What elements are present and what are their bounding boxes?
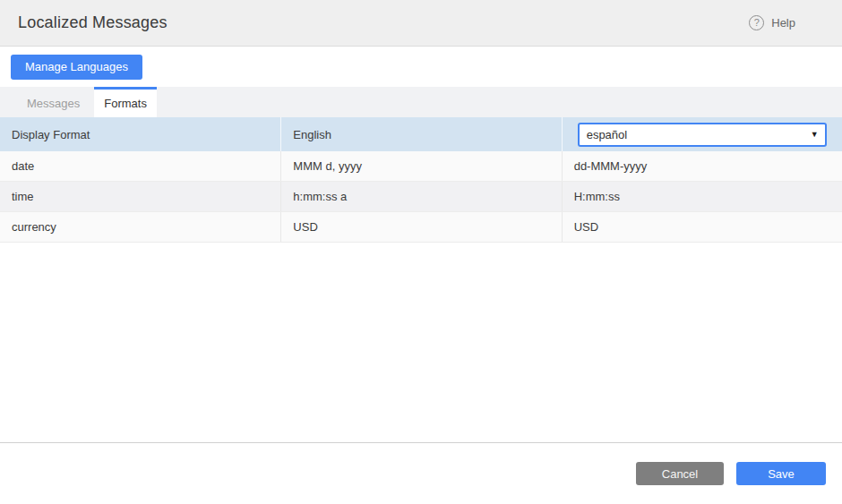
column-header-english: English bbox=[280, 117, 561, 151]
format-english-value: MMM d, yyyy bbox=[280, 151, 561, 181]
help-label: Help bbox=[771, 16, 795, 30]
format-language-value[interactable]: dd-MMM-yyyy bbox=[562, 151, 842, 181]
format-language-value[interactable]: USD bbox=[562, 212, 842, 242]
help-link[interactable]: ? Help bbox=[749, 15, 795, 30]
table-row-date: date MMM d, yyyy dd-MMM-yyyy bbox=[0, 151, 842, 182]
format-language-value[interactable]: H:mm:ss bbox=[562, 182, 842, 211]
formats-table: Display Format English español ▼ date MM… bbox=[0, 117, 842, 243]
format-name: date bbox=[0, 151, 280, 181]
toolbar: Manage Languages bbox=[0, 47, 842, 87]
language-select-value: español bbox=[587, 128, 628, 141]
format-name: time bbox=[0, 182, 280, 211]
help-question-icon: ? bbox=[749, 15, 764, 30]
page-title: Localized Messages bbox=[18, 13, 168, 32]
tab-formats[interactable]: Formats bbox=[94, 87, 157, 117]
language-select[interactable]: español ▼ bbox=[578, 123, 827, 147]
column-header-display-format: Display Format bbox=[0, 117, 280, 151]
format-english-value: h:mm:ss a bbox=[280, 182, 561, 211]
table-row-currency: currency USD USD bbox=[0, 212, 842, 243]
manage-languages-button[interactable]: Manage Languages bbox=[11, 55, 142, 80]
column-header-language-cell: español ▼ bbox=[562, 117, 842, 151]
tab-strip: Messages Formats bbox=[0, 87, 842, 117]
cancel-button[interactable]: Cancel bbox=[636, 462, 724, 485]
format-name: currency bbox=[0, 212, 280, 242]
tab-messages[interactable]: Messages bbox=[13, 87, 94, 117]
footer-action-bar: Cancel Save bbox=[0, 442, 842, 504]
table-row-time: time h:mm:ss a H:mm:ss bbox=[0, 182, 842, 212]
chevron-down-icon: ▼ bbox=[811, 130, 819, 139]
save-button[interactable]: Save bbox=[736, 462, 826, 485]
localized-messages-page: Localized Messages ? Help Manage Languag… bbox=[0, 0, 842, 504]
page-header: Localized Messages ? Help bbox=[0, 0, 842, 47]
format-english-value: USD bbox=[280, 212, 561, 242]
formats-table-header-row: Display Format English español ▼ bbox=[0, 117, 842, 151]
